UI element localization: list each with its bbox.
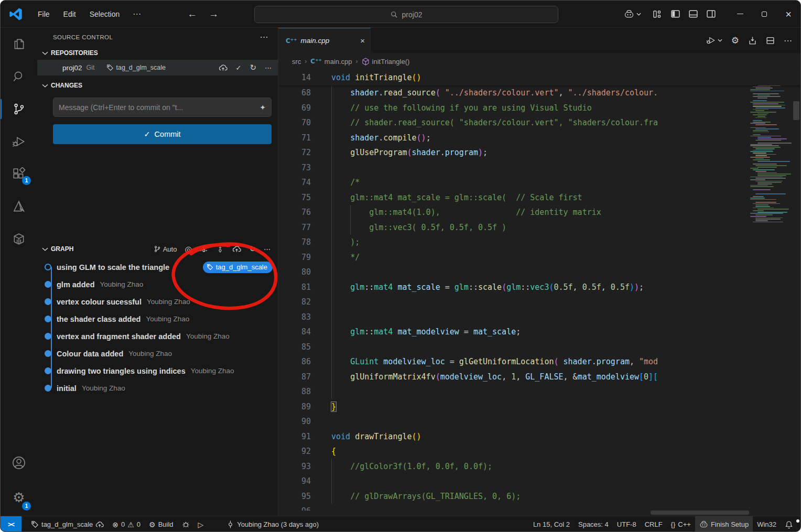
code-line[interactable]: 79 */ <box>278 250 750 265</box>
code-line[interactable]: 80 <box>278 265 750 280</box>
repo-more-icon[interactable]: ⋯ <box>265 64 272 72</box>
menu-file[interactable]: File <box>31 8 57 20</box>
notifications-bell[interactable] <box>781 516 800 532</box>
commit-item[interactable]: initialYoubing Zhao <box>37 379 278 397</box>
code-line[interactable]: 71 shader.compile(); <box>278 131 750 146</box>
language-mode[interactable]: {} C++ <box>667 516 695 532</box>
minimize-button[interactable] <box>728 1 752 27</box>
nav-back-icon[interactable]: ← <box>187 8 197 20</box>
commit-item[interactable]: vertex colour sucessfulYoubing Zhao <box>37 293 278 310</box>
graph-header[interactable]: GRAPH <box>51 245 73 253</box>
split-editor-icon[interactable] <box>766 36 775 45</box>
menu-selection[interactable]: Selection <box>83 8 127 20</box>
copilot-status[interactable]: Finish Setup <box>695 516 753 532</box>
sparkle-icon[interactable]: ✦ <box>259 103 266 112</box>
customize-layout-icon[interactable] <box>648 6 666 22</box>
editor-settings-gear-icon[interactable]: ⚙ <box>731 36 739 45</box>
maximize-button[interactable] <box>752 1 776 27</box>
code-line[interactable]: 82 <box>278 295 750 310</box>
code-line[interactable]: 84 glm::mat4 mat_modelview = mat_scale; <box>278 324 750 340</box>
tab-close-icon[interactable]: × <box>360 36 365 45</box>
code-line[interactable]: 96 <box>278 504 750 511</box>
debug-run-button[interactable] <box>706 36 722 45</box>
breadcrumb-symbol[interactable]: initTriangle() <box>362 58 410 66</box>
code-line[interactable]: 81 glm::mat4 mat_scale = glm::scale(glm:… <box>278 280 750 295</box>
code-line[interactable]: 73 <box>278 160 750 176</box>
vertical-scrollbar[interactable] <box>793 101 799 120</box>
code-line[interactable]: 83 <box>278 310 750 325</box>
toggle-secondary-sidebar-icon[interactable] <box>702 6 720 22</box>
menu-edit[interactable]: Edit <box>57 8 83 20</box>
blame-info[interactable]: Youbing Zhao (3 days ago) <box>222 516 323 532</box>
code-area[interactable]: 68 shader.read_source( "../shaders/colou… <box>278 85 750 511</box>
editor-more-icon[interactable]: ⋯ <box>784 36 792 46</box>
commit-item[interactable]: the shader class addedYoubing Zhao <box>37 310 278 328</box>
menu-overflow[interactable]: ··· <box>126 8 147 20</box>
code-line[interactable]: 72 glUseProgram(shader.program); <box>278 145 750 160</box>
commit-item[interactable]: using GLM to scale the triangletag_d_glm… <box>37 258 278 276</box>
code-line[interactable]: 76 glm::mat4(1.0), // identity matrix <box>278 205 750 220</box>
code-line[interactable]: 85 <box>278 340 750 355</box>
problems-indicator[interactable]: ⊗ 0 ⚠ 0 <box>108 516 145 532</box>
close-button[interactable]: × <box>776 1 800 27</box>
commit-button[interactable]: ✓ Commit <box>53 124 272 144</box>
code-line[interactable]: 69 // use the following if you are using… <box>278 101 750 116</box>
sticky-scroll-line[interactable]: 14 void initTriangle() <box>278 70 800 85</box>
code-line[interactable]: 87 glUniformMatrix4fv(modelview_loc, 1, … <box>278 370 750 385</box>
indentation[interactable]: Spaces: 4 <box>574 516 613 532</box>
eol-sequence[interactable]: CRLF <box>641 516 667 532</box>
chevron-down-icon[interactable] <box>41 247 49 252</box>
cloud-upload-icon[interactable] <box>219 64 228 71</box>
cmake-build-button[interactable]: ⚙ Build <box>145 516 177 532</box>
changes-header[interactable]: CHANGES <box>37 79 278 92</box>
sidebar-item-containers[interactable] <box>1 223 37 255</box>
nav-forward-icon[interactable]: → <box>209 8 219 20</box>
commit-item[interactable]: drawing two triangles using indicesYoubi… <box>37 362 278 379</box>
commit-check-icon[interactable]: ✓ <box>236 64 242 72</box>
sidebar-item-explorer[interactable] <box>1 28 37 60</box>
cloud-upload-icon[interactable] <box>232 245 241 253</box>
code-line[interactable]: 70 // shader.read_source( "shaders/colou… <box>278 115 750 131</box>
repositories-header[interactable]: REPOSITORIES <box>37 46 278 60</box>
sidebar-item-cmake[interactable] <box>1 190 37 223</box>
sidebar-more-icon[interactable]: ⋯ <box>260 32 268 42</box>
code-line[interactable]: 92{ <box>278 444 750 459</box>
commit-item[interactable]: vertex and fragment shader addedYoubing … <box>37 328 278 345</box>
copilot-icon[interactable] <box>623 6 641 22</box>
code-line[interactable]: 93 //glColor3f(1.0f, 0.0f, 0.0f); <box>278 459 750 474</box>
tag-badge[interactable]: tag_d_glm_scale <box>203 262 273 273</box>
launch-button[interactable]: ▷ <box>194 516 208 532</box>
refresh-icon[interactable]: ↻ <box>249 244 256 254</box>
sidebar-item-source-control[interactable] <box>1 93 37 125</box>
breadcrumb-main-cpp[interactable]: C⁺⁺ main.cpp <box>310 58 352 66</box>
breadcrumb-src[interactable]: src <box>292 58 301 66</box>
statusbar-ref[interactable]: tag_d_glm_scale <box>27 516 108 532</box>
encoding[interactable]: UTF-8 <box>613 516 641 532</box>
sidebar-item-search[interactable] <box>1 60 37 93</box>
code-line[interactable]: 77 glm::vec3( 0.5f, 0.5f, 0.5f ) <box>278 220 750 235</box>
commit-item[interactable]: Colour data addedYoubing Zhao <box>37 345 278 362</box>
code-line[interactable]: 95 // glDrawArrays(GL_TRIANGLES, 0, 6); <box>278 489 750 504</box>
desktop-download-icon[interactable] <box>748 36 757 45</box>
repo-ref[interactable]: tag_d_glm_scale <box>106 64 214 71</box>
command-center-search[interactable]: proj02 <box>254 6 558 23</box>
commit-message-input[interactable]: Message (Ctrl+Enter to commit on "t... ✦ <box>53 97 272 117</box>
code-line[interactable]: 91void drawTriangle() <box>278 429 750 444</box>
platform[interactable]: Win32 <box>753 516 781 532</box>
sidebar-item-run-debug[interactable] <box>1 125 37 158</box>
code-line[interactable]: 68 shader.read_source( "../shaders/colou… <box>278 85 750 101</box>
code-line[interactable]: 75 glm::mat4 mat_scale = glm::scale( // … <box>278 190 750 205</box>
remote-indicator[interactable]: >< <box>1 516 21 532</box>
code-line[interactable]: 78 ); <box>278 235 750 250</box>
graph-more-icon[interactable]: ⋯ <box>264 245 270 253</box>
horizontal-scrollbar[interactable] <box>651 511 749 515</box>
settings-gear-icon[interactable]: ⚙ 1 <box>1 479 37 516</box>
target-icon[interactable]: ◎ <box>185 244 192 254</box>
refresh-icon[interactable]: ↻ <box>250 63 256 72</box>
code-line[interactable]: 74 /* <box>278 175 750 190</box>
pull-icon[interactable] <box>216 245 224 253</box>
code-line[interactable]: 90 <box>278 414 750 429</box>
code-line[interactable]: 89} <box>278 399 750 415</box>
code-line[interactable]: 94 <box>278 474 750 489</box>
minimap[interactable] <box>750 71 792 228</box>
